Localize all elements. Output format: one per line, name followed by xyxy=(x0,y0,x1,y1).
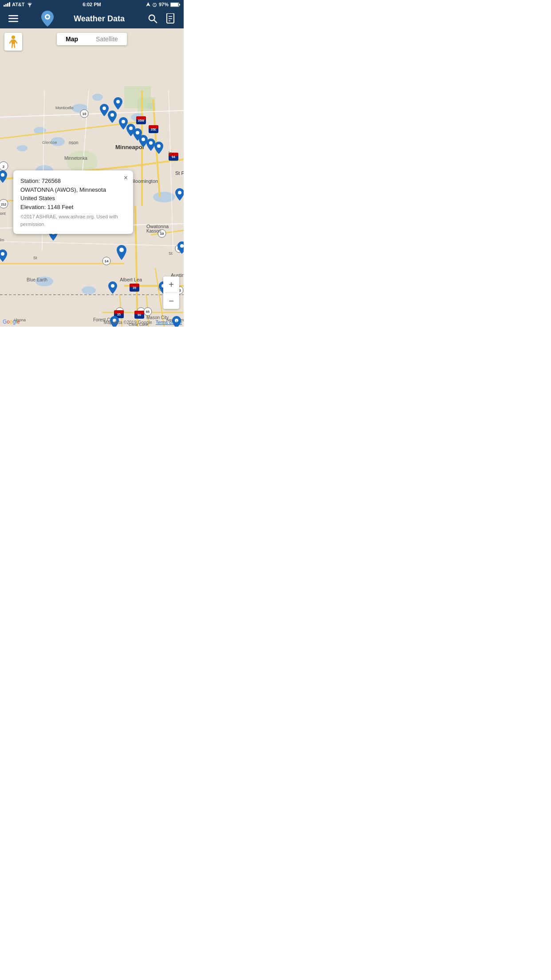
map-pin[interactable] xyxy=(146,138,155,151)
svg-rect-10 xyxy=(8,15,18,16)
svg-point-154 xyxy=(180,244,184,248)
terms-link[interactable]: Terms of Use xyxy=(156,320,182,325)
map-pin[interactable] xyxy=(100,104,109,116)
satellite-view-button[interactable]: Satellite xyxy=(87,33,127,45)
svg-line-140 xyxy=(14,44,15,47)
svg-text:35: 35 xyxy=(133,286,136,289)
svg-rect-9 xyxy=(179,4,180,5)
svg-line-4 xyxy=(154,5,155,5)
close-popup-button[interactable]: × xyxy=(124,174,128,182)
svg-text:St: St xyxy=(169,251,173,256)
svg-text:St Paul: St Paul xyxy=(175,170,184,176)
svg-point-148 xyxy=(149,141,153,145)
document-button[interactable] xyxy=(162,11,178,27)
status-right: 97% xyxy=(146,2,180,7)
map-view-button[interactable]: Map xyxy=(57,33,87,45)
map-container[interactable]: 35W 35E 94 10 212 35 14 90 2 212 xyxy=(0,28,184,327)
search-icon xyxy=(148,14,157,24)
station-id: Station: 726568 xyxy=(20,177,126,186)
svg-line-16 xyxy=(154,20,157,23)
svg-point-135 xyxy=(12,36,15,39)
svg-point-33 xyxy=(82,286,96,294)
svg-text:Blue Earth: Blue Earth xyxy=(27,277,47,282)
svg-point-144 xyxy=(122,120,125,123)
map-pin[interactable] xyxy=(108,281,117,294)
svg-text:le: le xyxy=(169,151,172,156)
location-arrow-icon xyxy=(146,2,150,7)
signal-bar-2 xyxy=(5,4,7,7)
svg-text:lm: lm xyxy=(0,238,4,242)
location-pin-icon xyxy=(41,11,54,27)
svg-text:35: 35 xyxy=(117,313,121,316)
search-button[interactable] xyxy=(145,11,161,27)
map-pin[interactable] xyxy=(0,170,7,183)
svg-point-150 xyxy=(1,173,4,177)
svg-text:Minnetonka: Minnetonka xyxy=(64,156,87,161)
svg-point-14 xyxy=(46,16,49,18)
google-logo: Google xyxy=(3,319,20,325)
svg-text:35W: 35W xyxy=(138,119,145,122)
svg-point-146 xyxy=(136,131,139,134)
svg-point-142 xyxy=(102,107,106,110)
station-name: OWATONNA (AWOS), Minnesota xyxy=(20,186,126,194)
svg-rect-11 xyxy=(8,18,18,20)
svg-point-23 xyxy=(92,94,103,101)
svg-text:94: 94 xyxy=(172,155,175,158)
svg-text:2: 2 xyxy=(3,165,5,169)
svg-point-28 xyxy=(17,145,28,151)
status-left: AT&T xyxy=(4,2,33,7)
svg-point-151 xyxy=(178,191,181,194)
nav-title: Weather Data xyxy=(74,14,125,24)
svg-point-153 xyxy=(119,248,124,252)
signal-bar-4 xyxy=(9,2,10,7)
signal-bar-3 xyxy=(7,3,8,7)
svg-point-147 xyxy=(142,138,145,141)
svg-point-141 xyxy=(116,100,120,103)
map-attribution: Map data ©2019 Google Terms of Use xyxy=(104,320,182,325)
svg-point-156 xyxy=(111,284,114,288)
map-pin[interactable] xyxy=(175,188,184,201)
signal-bar-1 xyxy=(4,5,5,7)
map-pin[interactable] xyxy=(177,241,184,254)
station-copyright: ©2017 ASHRAE, www.ashrae.org. Used with … xyxy=(20,213,126,228)
status-time: 6:02 PM xyxy=(83,2,101,7)
zoom-in-button[interactable]: + xyxy=(163,277,179,292)
svg-marker-1 xyxy=(146,2,150,6)
map-data-text: Map data ©2019 Google xyxy=(104,320,152,325)
map-pin-selected[interactable] xyxy=(117,245,126,260)
svg-text:nson: nson xyxy=(69,140,79,145)
svg-line-139 xyxy=(12,44,12,47)
svg-line-137 xyxy=(10,40,12,43)
svg-text:Monticello: Monticello xyxy=(55,106,74,110)
svg-text:Kasson: Kasson xyxy=(146,229,161,233)
document-icon xyxy=(166,13,175,24)
map-footer: Google xyxy=(3,319,20,325)
zoom-out-button[interactable]: − xyxy=(163,293,179,309)
map-pin[interactable] xyxy=(0,249,7,262)
svg-text:212: 212 xyxy=(1,203,6,206)
alarm-clock-icon xyxy=(152,2,157,7)
info-popup: × Station: 726568 OWATONNA (AWOS), Minne… xyxy=(13,170,133,234)
svg-point-149 xyxy=(157,144,161,148)
svg-point-145 xyxy=(129,126,133,130)
svg-point-0 xyxy=(29,6,30,7)
hamburger-icon xyxy=(8,15,18,22)
menu-button[interactable] xyxy=(5,11,21,27)
status-bar: AT&T 6:02 PM 97% xyxy=(0,0,184,9)
battery-percent: 97% xyxy=(159,2,169,7)
street-view-button[interactable] xyxy=(4,33,22,51)
svg-text:Glencoe: Glencoe xyxy=(42,140,57,145)
carrier-label: AT&T xyxy=(12,2,25,7)
svg-rect-12 xyxy=(8,21,18,22)
svg-text:St: St xyxy=(33,256,37,260)
svg-text:90: 90 xyxy=(138,313,141,316)
svg-point-143 xyxy=(110,113,114,117)
map-pin[interactable] xyxy=(108,111,117,123)
map-pin[interactable] xyxy=(154,142,163,154)
person-icon xyxy=(8,35,19,48)
svg-text:35E: 35E xyxy=(151,128,157,131)
svg-rect-17 xyxy=(167,13,174,23)
zoom-controls: + − xyxy=(163,277,179,309)
nav-right xyxy=(145,11,178,27)
map-pin[interactable] xyxy=(114,97,122,110)
